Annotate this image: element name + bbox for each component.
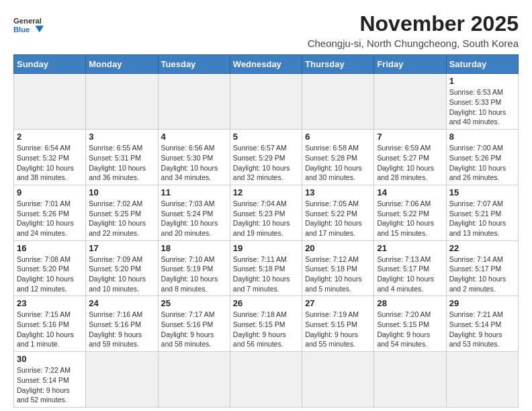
day-number: 20 xyxy=(305,243,371,253)
day-number: 14 xyxy=(377,187,443,197)
calendar-cell xyxy=(14,74,86,130)
day-number: 11 xyxy=(161,187,227,197)
weekday-header-saturday: Saturday xyxy=(446,55,518,74)
day-number: 21 xyxy=(377,243,443,253)
day-info: Sunrise: 7:06 AM Sunset: 5:22 PM Dayligh… xyxy=(377,199,443,238)
calendar-cell: 29Sunrise: 7:21 AM Sunset: 5:14 PM Dayli… xyxy=(446,296,518,352)
calendar-cell xyxy=(158,74,230,130)
calendar-week-row: 1Sunrise: 6:53 AM Sunset: 5:33 PM Daylig… xyxy=(14,74,519,130)
calendar-cell: 16Sunrise: 7:08 AM Sunset: 5:20 PM Dayli… xyxy=(14,240,86,296)
day-number: 30 xyxy=(17,354,83,364)
weekday-header-sunday: Sunday xyxy=(14,55,86,74)
calendar-cell: 5Sunrise: 6:57 AM Sunset: 5:29 PM Daylig… xyxy=(230,130,302,185)
day-number: 8 xyxy=(449,132,515,142)
day-info: Sunrise: 7:13 AM Sunset: 5:17 PM Dayligh… xyxy=(377,255,443,294)
calendar-cell: 26Sunrise: 7:18 AM Sunset: 5:15 PM Dayli… xyxy=(230,296,302,352)
day-number: 7 xyxy=(377,132,443,142)
day-number: 9 xyxy=(17,187,83,197)
day-info: Sunrise: 7:22 AM Sunset: 5:14 PM Dayligh… xyxy=(17,365,83,405)
day-info: Sunrise: 7:12 AM Sunset: 5:18 PM Dayligh… xyxy=(305,255,371,294)
calendar-cell: 20Sunrise: 7:12 AM Sunset: 5:18 PM Dayli… xyxy=(302,240,374,296)
day-number: 10 xyxy=(89,187,154,197)
calendar-cell: 11Sunrise: 7:03 AM Sunset: 5:24 PM Dayli… xyxy=(158,185,230,240)
calendar-cell xyxy=(230,74,302,130)
calendar-cell: 8Sunrise: 7:00 AM Sunset: 5:26 PM Daylig… xyxy=(446,130,518,185)
calendar-cell: 28Sunrise: 7:20 AM Sunset: 5:15 PM Dayli… xyxy=(374,296,446,352)
calendar-cell: 24Sunrise: 7:16 AM Sunset: 5:16 PM Dayli… xyxy=(86,296,158,352)
day-number: 5 xyxy=(233,132,299,142)
calendar-week-row: 2Sunrise: 6:54 AM Sunset: 5:32 PM Daylig… xyxy=(14,130,519,185)
day-info: Sunrise: 7:05 AM Sunset: 5:22 PM Dayligh… xyxy=(305,199,371,238)
day-info: Sunrise: 6:57 AM Sunset: 5:29 PM Dayligh… xyxy=(233,143,299,183)
day-info: Sunrise: 7:01 AM Sunset: 5:26 PM Dayligh… xyxy=(17,199,83,238)
calendar-cell: 9Sunrise: 7:01 AM Sunset: 5:26 PM Daylig… xyxy=(14,185,86,240)
day-number: 15 xyxy=(449,187,515,197)
day-info: Sunrise: 7:14 AM Sunset: 5:17 PM Dayligh… xyxy=(449,255,515,294)
calendar-cell xyxy=(86,74,158,130)
svg-marker-1 xyxy=(36,26,44,32)
calendar-title: November 2025 xyxy=(308,11,519,36)
day-number: 1 xyxy=(449,76,515,86)
day-number: 12 xyxy=(233,187,299,197)
calendar-cell: 7Sunrise: 6:59 AM Sunset: 5:27 PM Daylig… xyxy=(374,130,446,185)
weekday-header-tuesday: Tuesday xyxy=(158,55,230,74)
calendar-cell: 12Sunrise: 7:04 AM Sunset: 5:23 PM Dayli… xyxy=(230,185,302,240)
calendar-cell: 18Sunrise: 7:10 AM Sunset: 5:19 PM Dayli… xyxy=(158,240,230,296)
weekday-header-monday: Monday xyxy=(86,55,158,74)
calendar-cell xyxy=(158,352,230,408)
day-number: 22 xyxy=(449,243,515,253)
day-info: Sunrise: 7:16 AM Sunset: 5:16 PM Dayligh… xyxy=(89,310,154,349)
day-number: 19 xyxy=(233,243,299,253)
calendar-cell: 14Sunrise: 7:06 AM Sunset: 5:22 PM Dayli… xyxy=(374,185,446,240)
day-info: Sunrise: 7:03 AM Sunset: 5:24 PM Dayligh… xyxy=(161,199,227,238)
calendar-cell: 19Sunrise: 7:11 AM Sunset: 5:18 PM Dayli… xyxy=(230,240,302,296)
day-number: 24 xyxy=(89,298,154,308)
calendar-cell: 17Sunrise: 7:09 AM Sunset: 5:20 PM Dayli… xyxy=(86,240,158,296)
calendar-cell: 6Sunrise: 6:58 AM Sunset: 5:28 PM Daylig… xyxy=(302,130,374,185)
day-info: Sunrise: 7:00 AM Sunset: 5:26 PM Dayligh… xyxy=(449,143,515,183)
calendar-cell: 3Sunrise: 6:55 AM Sunset: 5:31 PM Daylig… xyxy=(86,130,158,185)
day-number: 28 xyxy=(377,298,443,308)
calendar-cell xyxy=(374,352,446,408)
day-info: Sunrise: 6:54 AM Sunset: 5:32 PM Dayligh… xyxy=(17,143,83,183)
calendar-cell xyxy=(446,352,518,408)
day-info: Sunrise: 6:58 AM Sunset: 5:28 PM Dayligh… xyxy=(305,143,371,183)
day-info: Sunrise: 6:59 AM Sunset: 5:27 PM Dayligh… xyxy=(377,143,443,183)
day-info: Sunrise: 7:08 AM Sunset: 5:20 PM Dayligh… xyxy=(17,255,83,294)
day-info: Sunrise: 7:07 AM Sunset: 5:21 PM Dayligh… xyxy=(449,199,515,238)
calendar-cell xyxy=(374,74,446,130)
day-number: 23 xyxy=(17,298,83,308)
calendar-week-row: 9Sunrise: 7:01 AM Sunset: 5:26 PM Daylig… xyxy=(14,185,519,240)
calendar-week-row: 30Sunrise: 7:22 AM Sunset: 5:14 PM Dayli… xyxy=(14,352,519,408)
day-number: 2 xyxy=(17,132,83,142)
day-number: 27 xyxy=(305,298,371,308)
calendar-cell: 15Sunrise: 7:07 AM Sunset: 5:21 PM Dayli… xyxy=(446,185,518,240)
day-number: 25 xyxy=(161,298,227,308)
weekday-header-row: SundayMondayTuesdayWednesdayThursdayFrid… xyxy=(14,55,519,74)
day-info: Sunrise: 7:18 AM Sunset: 5:15 PM Dayligh… xyxy=(233,310,299,349)
calendar-cell: 2Sunrise: 6:54 AM Sunset: 5:32 PM Daylig… xyxy=(14,130,86,185)
calendar-cell: 1Sunrise: 6:53 AM Sunset: 5:33 PM Daylig… xyxy=(446,74,518,130)
logo-area: General Blue xyxy=(13,11,47,38)
calendar-cell xyxy=(230,352,302,408)
day-info: Sunrise: 6:55 AM Sunset: 5:31 PM Dayligh… xyxy=(89,143,154,183)
day-info: Sunrise: 7:19 AM Sunset: 5:15 PM Dayligh… xyxy=(305,310,371,349)
calendar-week-row: 23Sunrise: 7:15 AM Sunset: 5:16 PM Dayli… xyxy=(14,296,519,352)
day-info: Sunrise: 7:04 AM Sunset: 5:23 PM Dayligh… xyxy=(233,199,299,238)
day-number: 26 xyxy=(233,298,299,308)
day-info: Sunrise: 7:11 AM Sunset: 5:18 PM Dayligh… xyxy=(233,255,299,294)
calendar-subtitle: Cheongju-si, North Chungcheong, South Ko… xyxy=(308,38,519,49)
day-info: Sunrise: 6:56 AM Sunset: 5:30 PM Dayligh… xyxy=(161,143,227,183)
day-info: Sunrise: 7:02 AM Sunset: 5:25 PM Dayligh… xyxy=(89,199,154,238)
calendar-cell: 27Sunrise: 7:19 AM Sunset: 5:15 PM Dayli… xyxy=(302,296,374,352)
day-number: 16 xyxy=(17,243,83,253)
calendar-cell: 10Sunrise: 7:02 AM Sunset: 5:25 PM Dayli… xyxy=(86,185,158,240)
day-number: 29 xyxy=(449,298,515,308)
day-info: Sunrise: 7:10 AM Sunset: 5:19 PM Dayligh… xyxy=(161,255,227,294)
header: General Blue November 2025 Cheongju-si, … xyxy=(13,11,519,49)
calendar-cell xyxy=(86,352,158,408)
day-number: 13 xyxy=(305,187,371,197)
day-info: Sunrise: 6:53 AM Sunset: 5:33 PM Dayligh… xyxy=(449,87,515,127)
day-number: 17 xyxy=(89,243,154,253)
calendar-cell: 22Sunrise: 7:14 AM Sunset: 5:17 PM Dayli… xyxy=(446,240,518,296)
